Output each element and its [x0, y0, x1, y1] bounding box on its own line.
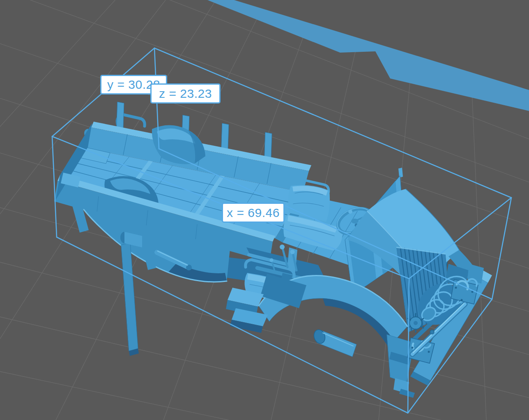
dimension-label-x: x = 69.46 [222, 203, 285, 223]
model-truck[interactable] [54, 102, 492, 398]
dimension-label-z: z = 23.23 [150, 83, 221, 104]
viewport-3d[interactable]: y = 30.28 z = 23.23 x = 69.46 [0, 0, 529, 420]
